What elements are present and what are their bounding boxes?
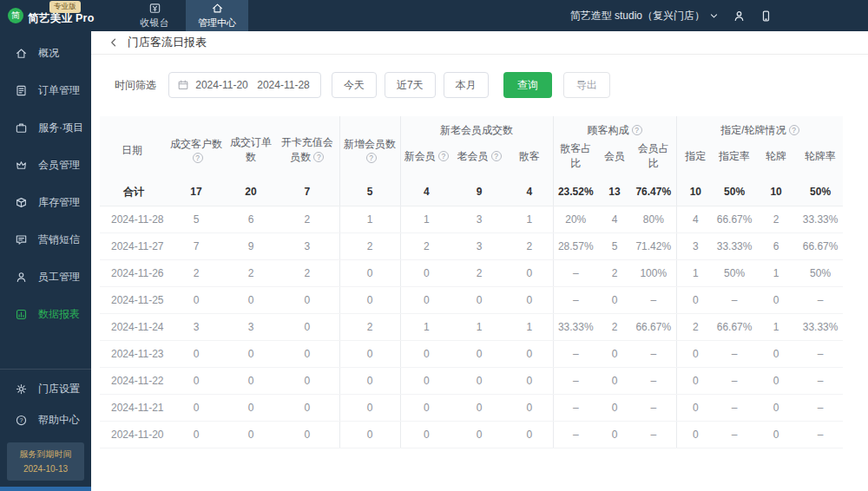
data-cell: – bbox=[631, 394, 676, 421]
topnav-item-cashier[interactable]: 收银台 bbox=[123, 0, 186, 31]
data-cell: 0 bbox=[400, 259, 452, 286]
data-cell: 2 bbox=[598, 259, 631, 286]
data-cell: 0 bbox=[506, 340, 553, 367]
end-date-value[interactable]: 2024-11-28 bbox=[254, 79, 312, 91]
help-icon[interactable]: ? bbox=[193, 153, 203, 163]
edition-badge: 专业版 bbox=[49, 1, 81, 13]
data-cell: 2 bbox=[339, 232, 400, 259]
sidebar-item-members[interactable]: 会员管理 bbox=[0, 147, 91, 184]
data-cell: 0 bbox=[227, 367, 275, 394]
data-cell: 10 bbox=[676, 179, 714, 206]
data-cell: 17 bbox=[166, 179, 227, 206]
query-button[interactable]: 查询 bbox=[503, 72, 552, 98]
data-cell: – bbox=[631, 286, 676, 313]
person-icon[interactable] bbox=[733, 10, 746, 23]
data-cell: 0 bbox=[400, 394, 452, 421]
row-date-cell: 2024-11-21 bbox=[100, 394, 166, 421]
inventory-icon bbox=[15, 196, 28, 209]
data-cell: 4 bbox=[598, 206, 631, 232]
topnav-item-management[interactable]: 管理中心 bbox=[186, 0, 248, 31]
table-row: 2024-11-262220020–2100%150%150% bbox=[100, 259, 843, 286]
column-header: 新增会员数? bbox=[339, 116, 400, 179]
help-icon[interactable]: ? bbox=[632, 125, 642, 135]
bottom-strip bbox=[0, 487, 91, 491]
data-cell: 0 bbox=[452, 421, 506, 448]
data-cell: 4 bbox=[676, 206, 714, 232]
data-cell: 50% bbox=[714, 179, 754, 206]
data-cell: 1 bbox=[400, 313, 452, 340]
data-cell: – bbox=[714, 421, 754, 448]
table-row: 2024-11-220000000–0–0–0– bbox=[100, 367, 843, 394]
management-icon bbox=[211, 2, 224, 15]
settings-icon bbox=[15, 383, 28, 396]
start-date-value[interactable]: 2024-11-20 bbox=[193, 79, 251, 91]
help-icon[interactable]: ? bbox=[313, 152, 324, 162]
sidebar-item-orders[interactable]: 订单管理 bbox=[0, 72, 91, 109]
data-cell: 0 bbox=[676, 367, 714, 394]
data-cell: 0 bbox=[339, 421, 400, 448]
data-cell: 0 bbox=[598, 421, 631, 448]
quick-filter-button-1[interactable]: 近7天 bbox=[385, 72, 436, 98]
data-cell: 0 bbox=[754, 394, 798, 421]
data-cell: – bbox=[553, 421, 598, 448]
data-cell: 1 bbox=[506, 206, 553, 232]
date-range-picker[interactable]: 2024-11-20 2024-11-28 bbox=[168, 72, 321, 98]
help-icon[interactable]: ? bbox=[491, 151, 502, 161]
data-cell: 0 bbox=[754, 340, 798, 367]
quick-filter-button-0[interactable]: 今天 bbox=[332, 72, 377, 98]
export-button[interactable]: 导出 bbox=[563, 72, 610, 98]
data-cell: 50% bbox=[798, 259, 843, 286]
data-cell: – bbox=[553, 367, 598, 394]
column-header: 成交客户数? bbox=[166, 116, 227, 179]
data-cell: – bbox=[714, 286, 754, 313]
help-icon: ? bbox=[15, 414, 28, 427]
data-cell: 4 bbox=[400, 179, 452, 206]
sidebar-item-inventory[interactable]: 库存管理 bbox=[0, 184, 91, 221]
data-cell: 0 bbox=[676, 286, 714, 313]
quick-filter-button-2[interactable]: 本月 bbox=[444, 72, 489, 98]
help-icon[interactable]: ? bbox=[789, 125, 799, 135]
data-cell: 1 bbox=[754, 259, 798, 286]
data-cell: 0 bbox=[227, 286, 275, 313]
data-cell: 3 bbox=[452, 206, 506, 232]
sms-icon bbox=[15, 233, 28, 246]
quick-filter-buttons: 今天近7天本月 bbox=[321, 72, 489, 98]
sidebar-item-label: 营销短信 bbox=[38, 232, 80, 247]
row-date-cell: 2024-11-22 bbox=[100, 367, 166, 394]
help-icon[interactable]: ? bbox=[438, 151, 449, 161]
column-header: 散客占比 bbox=[553, 140, 598, 179]
service-expiry-label: 服务到期时间 bbox=[9, 447, 82, 462]
table-row: 2024-11-27793223228.57%571.42%333.33%666… bbox=[100, 232, 843, 259]
data-cell: 80% bbox=[631, 206, 676, 232]
page-title: 门店客流日报表 bbox=[128, 35, 207, 50]
data-cell: 0 bbox=[275, 394, 339, 421]
sidebar-item-sms[interactable]: 营销短信 bbox=[0, 221, 91, 259]
table-row: 2024-11-200000000–0–0–0– bbox=[100, 421, 843, 448]
sidebar-item-staff[interactable]: 员工管理 bbox=[0, 259, 91, 296]
help-icon[interactable]: ? bbox=[366, 153, 377, 163]
row-date-cell: 2024-11-28 bbox=[100, 206, 166, 232]
back-button[interactable] bbox=[108, 37, 119, 48]
data-cell: 0 bbox=[506, 394, 553, 421]
column-header: 会员 bbox=[598, 140, 631, 179]
data-cell: 50% bbox=[798, 179, 843, 206]
data-cell: 6 bbox=[754, 232, 798, 259]
svg-text:?: ? bbox=[20, 417, 23, 423]
store-switcher[interactable]: 简艺造型 studio（复兴门店） bbox=[570, 9, 719, 23]
sidebar-item-reports[interactable]: 数据报表 bbox=[0, 296, 91, 333]
sidebar-item-services[interactable]: 服务·项目 bbox=[0, 109, 91, 147]
data-cell: 0 bbox=[275, 340, 339, 367]
data-cell: – bbox=[714, 367, 754, 394]
phone-icon[interactable] bbox=[760, 10, 773, 23]
overview-icon bbox=[15, 47, 28, 60]
filter-label: 时间筛选 bbox=[115, 78, 156, 93]
data-cell: 0 bbox=[676, 340, 714, 367]
data-cell: – bbox=[798, 421, 843, 448]
sidebar-item-help[interactable]: ?帮助中心 bbox=[0, 404, 91, 435]
sidebar-item-overview[interactable]: 概况 bbox=[0, 35, 91, 72]
sidebar-item-settings[interactable]: 门店设置 bbox=[0, 373, 91, 404]
data-cell: 66.67% bbox=[714, 313, 754, 340]
data-cell: 0 bbox=[339, 259, 400, 286]
topnav-item-label: 管理中心 bbox=[198, 16, 236, 29]
data-cell: 2 bbox=[452, 259, 506, 286]
